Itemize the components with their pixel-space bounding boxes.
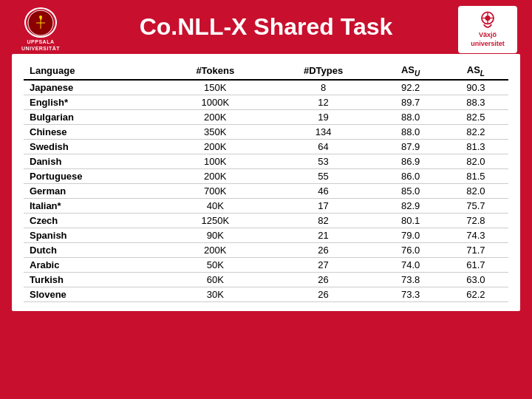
cell-tokens: 700K xyxy=(162,183,269,198)
cell-asu: 73.3 xyxy=(378,287,443,301)
col-asu: ASU xyxy=(378,63,443,80)
cell-dtypes: 26 xyxy=(269,242,378,257)
col-tokens: #Tokens xyxy=(162,63,269,80)
page-title: Co.NLL-X Shared Task xyxy=(140,13,393,41)
cell-language: Arabic xyxy=(24,257,162,272)
cell-dtypes: 27 xyxy=(269,257,378,272)
table-row: Arabic 50K 27 74.0 61.7 xyxy=(24,257,508,272)
cell-dtypes: 134 xyxy=(269,124,378,139)
cell-asu: 86.9 xyxy=(378,154,443,168)
cell-asl: 72.8 xyxy=(443,213,508,228)
cell-language: Spanish xyxy=(24,228,162,242)
cell-tokens: 200K xyxy=(162,242,269,257)
table-row: Turkish 60K 26 73.8 63.0 xyxy=(24,272,508,287)
cell-asu: 79.0 xyxy=(378,228,443,242)
cell-dtypes: 82 xyxy=(269,213,378,228)
cell-asu: 88.0 xyxy=(378,109,443,124)
cell-asl: 82.5 xyxy=(443,109,508,124)
cell-tokens: 200K xyxy=(162,139,269,154)
cell-tokens: 1250K xyxy=(162,213,269,228)
table-row: English* 1000K 12 89.7 88.3 xyxy=(24,95,508,109)
table-row: Japanese 150K 8 92.2 90.3 xyxy=(24,80,508,95)
cell-asl: 62.2 xyxy=(443,287,508,301)
cell-tokens: 40K xyxy=(162,198,269,213)
cell-dtypes: 21 xyxy=(269,228,378,242)
cell-asl: 82.0 xyxy=(443,154,508,168)
col-language: Language xyxy=(24,63,162,80)
cell-tokens: 350K xyxy=(162,124,269,139)
cell-asl: 75.7 xyxy=(443,198,508,213)
logo-right-symbol xyxy=(476,10,499,31)
cell-language: German xyxy=(24,183,162,198)
cell-dtypes: 19 xyxy=(269,109,378,124)
header: ⚜ UPPSALA UNIVERSITÄT Co.NLL-X Shared Ta… xyxy=(0,0,532,48)
cell-language: Czech xyxy=(24,213,162,228)
cell-language: Japanese xyxy=(24,80,162,95)
table-row: Chinese 350K 134 88.0 82.2 xyxy=(24,124,508,139)
cell-language: Swedish xyxy=(24,139,162,154)
data-table: Language #Tokens #DTypes ASU ASL Japanes… xyxy=(24,63,508,302)
cell-language: Slovene xyxy=(24,287,162,301)
cell-dtypes: 26 xyxy=(269,287,378,301)
cell-language: Turkish xyxy=(24,272,162,287)
cell-tokens: 100K xyxy=(162,154,269,168)
cell-asl: 88.3 xyxy=(443,95,508,109)
cell-tokens: 50K xyxy=(162,257,269,272)
table-header-row: Language #Tokens #DTypes ASU ASL xyxy=(24,63,508,80)
cell-tokens: 90K xyxy=(162,228,269,242)
table-row: Portuguese 200K 55 86.0 81.5 xyxy=(24,168,508,183)
table-container: Language #Tokens #DTypes ASU ASL Japanes… xyxy=(12,54,520,311)
table-row: Spanish 90K 21 79.0 74.3 xyxy=(24,228,508,242)
table-row: Danish 100K 53 86.9 82.0 xyxy=(24,154,508,168)
cell-dtypes: 46 xyxy=(269,183,378,198)
cell-dtypes: 26 xyxy=(269,272,378,287)
cell-asu: 82.9 xyxy=(378,198,443,213)
cell-asl: 82.2 xyxy=(443,124,508,139)
cell-asu: 85.0 xyxy=(378,183,443,198)
cell-asl: 90.3 xyxy=(443,80,508,95)
logo-left: ⚜ UPPSALA UNIVERSITÄT xyxy=(15,7,66,52)
cell-asu: 88.0 xyxy=(378,124,443,139)
cell-dtypes: 64 xyxy=(269,139,378,154)
table-row: German 700K 46 85.0 82.0 xyxy=(24,183,508,198)
svg-point-3 xyxy=(39,16,42,18)
cell-dtypes: 55 xyxy=(269,168,378,183)
cell-asl: 61.7 xyxy=(443,257,508,272)
cell-asu: 76.0 xyxy=(378,242,443,257)
cell-tokens: 30K xyxy=(162,287,269,301)
cell-language: Danish xyxy=(24,154,162,168)
cell-language: Bulgarian xyxy=(24,109,162,124)
table-row: Swedish 200K 64 87.9 81.3 xyxy=(24,139,508,154)
cell-tokens: 200K xyxy=(162,109,269,124)
table-row: Dutch 200K 26 76.0 71.7 xyxy=(24,242,508,257)
cell-asu: 74.0 xyxy=(378,257,443,272)
cell-dtypes: 53 xyxy=(269,154,378,168)
table-row: Slovene 30K 26 73.3 62.2 xyxy=(24,287,508,301)
cell-asl: 81.3 xyxy=(443,139,508,154)
cell-language: Chinese xyxy=(24,124,162,139)
cell-asu: 86.0 xyxy=(378,168,443,183)
col-dtypes: #DTypes xyxy=(269,63,378,80)
logo-left-text: UPPSALA UNIVERSITÄT xyxy=(21,39,60,52)
cell-asl: 81.5 xyxy=(443,168,508,183)
logo-right: Växjö universitet xyxy=(458,6,517,53)
cell-asl: 74.3 xyxy=(443,228,508,242)
cell-asl: 71.7 xyxy=(443,242,508,257)
cell-dtypes: 8 xyxy=(269,80,378,95)
cell-tokens: 150K xyxy=(162,80,269,95)
table-row: Bulgarian 200K 19 88.0 82.5 xyxy=(24,109,508,124)
col-asl: ASL xyxy=(443,63,508,80)
cell-tokens: 1000K xyxy=(162,95,269,109)
cell-asu: 89.7 xyxy=(378,95,443,109)
cell-asu: 73.8 xyxy=(378,272,443,287)
cell-language: Italian* xyxy=(24,198,162,213)
cell-dtypes: 12 xyxy=(269,95,378,109)
table-row: Italian* 40K 17 82.9 75.7 xyxy=(24,198,508,213)
cell-language: English* xyxy=(24,95,162,109)
cell-tokens: 200K xyxy=(162,168,269,183)
cell-asl: 63.0 xyxy=(443,272,508,287)
cell-asl: 82.0 xyxy=(443,183,508,198)
cell-language: Dutch xyxy=(24,242,162,257)
cell-language: Portuguese xyxy=(24,168,162,183)
cell-asu: 87.9 xyxy=(378,139,443,154)
